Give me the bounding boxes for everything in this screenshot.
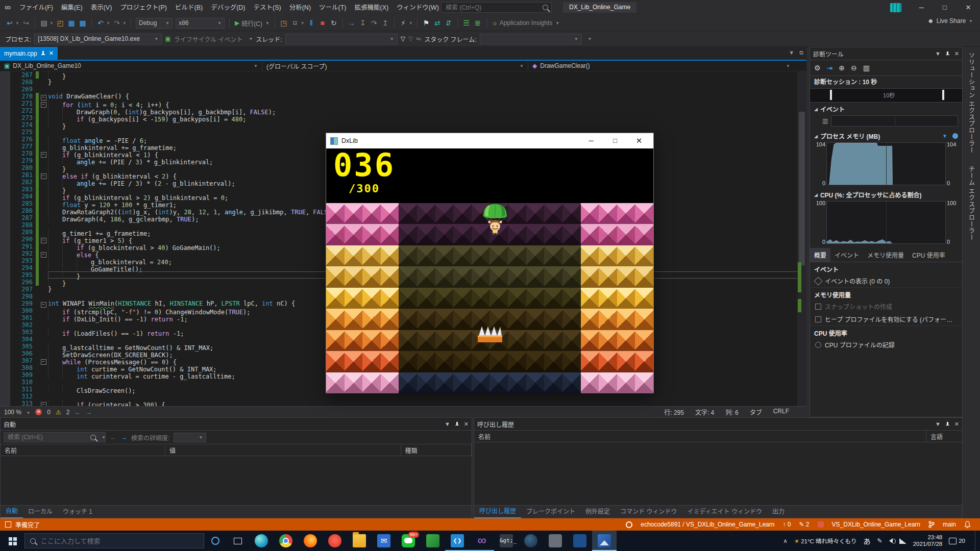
breakpoint-margin[interactable]	[0, 179, 10, 186]
record-cpu-profile-link[interactable]: CPU プロファイルの記録	[810, 338, 962, 351]
quick-search-input[interactable]	[445, 4, 543, 12]
pin-icon[interactable]	[455, 421, 459, 427]
fold-margin[interactable]: −	[39, 400, 48, 406]
bookmark-icon[interactable]: ⚑	[421, 17, 432, 29]
save-all-icon[interactable]: ▩	[77, 17, 88, 29]
fold-margin[interactable]	[39, 336, 48, 343]
side-tab-ソリューション エクスプローラー[interactable]: ソリューション エクスプローラー	[967, 52, 976, 154]
undo-icon[interactable]: ↶	[95, 17, 106, 29]
camera-app-icon[interactable]	[543, 531, 568, 551]
breakpoint-margin[interactable]	[0, 129, 10, 136]
redo-icon[interactable]: ↷	[111, 17, 122, 29]
continue-button[interactable]: ▶続行(C)▼	[235, 19, 270, 28]
taskbar-search-input[interactable]	[40, 537, 199, 545]
game-maximize-button[interactable]: □	[605, 133, 625, 148]
fold-margin[interactable]	[39, 271, 48, 279]
chevron-down-icon[interactable]: ▼	[50, 21, 55, 26]
tab-イミディエイト ウィンドウ[interactable]: イミディエイト ウィンドウ	[682, 506, 767, 518]
visual-studio-icon[interactable]	[470, 531, 494, 551]
fold-margin[interactable]: −	[39, 171, 48, 179]
show-next-statement-icon[interactable]: →	[346, 17, 357, 29]
fold-margin[interactable]	[39, 343, 48, 350]
menu-item-e[interactable]: 編集(E)	[57, 0, 87, 15]
chevron-down-icon[interactable]: ▼	[409, 21, 414, 26]
tab-呼び出し履歴[interactable]: 呼び出し履歴	[474, 506, 521, 518]
close-icon[interactable]: ✕	[954, 51, 959, 57]
game-field[interactable]	[326, 203, 653, 393]
menu-item-w[interactable]: ウィンドウ(W)	[393, 0, 443, 15]
platform-dropdown[interactable]: x86▼	[176, 18, 225, 29]
pin-icon[interactable]	[41, 51, 45, 56]
breakpoint-margin[interactable]	[0, 79, 10, 86]
fold-margin[interactable]	[39, 307, 48, 314]
fold-margin[interactable]	[39, 214, 48, 221]
fold-margin[interactable]	[39, 186, 48, 193]
breakpoint-margin[interactable]	[0, 379, 10, 386]
fold-margin[interactable]	[39, 86, 48, 93]
chart-icon[interactable]: ▥	[863, 64, 870, 72]
breakpoint-margin[interactable]	[0, 121, 10, 129]
column-header-種類[interactable]: 種類	[401, 444, 472, 456]
pen-icon[interactable]: ✎	[877, 537, 883, 544]
quick-search-box[interactable]	[441, 2, 552, 13]
fold-margin[interactable]: −	[39, 150, 48, 157]
fold-margin[interactable]	[39, 257, 48, 264]
member-dropdown[interactable]: ◆ DrawGameClear()▼	[528, 61, 794, 71]
menu-item-f[interactable]: ファイル(F)	[15, 0, 57, 15]
active-app-icon[interactable]	[592, 531, 617, 551]
breakpoint-margin[interactable]	[0, 343, 10, 350]
process-dropdown[interactable]: [13508] DX_Lib_Online_Game10.exe▼	[34, 34, 162, 44]
close-icon[interactable]: ✕	[464, 421, 469, 428]
memory-section-header[interactable]: ◢プロセス メモリ (MB) ▼	[810, 130, 962, 141]
stack-frame-dropdown[interactable]: ▼	[480, 34, 582, 44]
pin-icon[interactable]	[945, 51, 950, 57]
fold-margin[interactable]	[39, 129, 48, 136]
breakpoint-margin[interactable]	[0, 286, 10, 293]
scope-dropdown[interactable]: (グローバル スコープ)▼	[262, 61, 528, 71]
column-header-名前[interactable]: 名前	[474, 431, 926, 442]
task-list-icon[interactable]: ☰	[461, 17, 472, 29]
diagnostics-title-bar[interactable]: 診断ツール ▼ ✕	[810, 47, 962, 60]
action-center-button[interactable]: 20	[949, 538, 965, 544]
file-explorer-icon[interactable]	[347, 531, 372, 551]
next-issue-icon[interactable]: →	[86, 409, 92, 416]
filter-icon[interactable]: ▽	[401, 35, 405, 42]
compare-icon[interactable]: ⇄	[432, 17, 443, 29]
fold-margin[interactable]	[39, 200, 48, 207]
chrome-icon[interactable]	[274, 531, 298, 551]
export-icon[interactable]: ⇥	[827, 64, 833, 72]
diag-tab-CPU 使用率[interactable]: CPU 使用率	[908, 248, 949, 262]
new-project-icon[interactable]: ▤	[38, 17, 50, 29]
breakpoint-margin[interactable]	[0, 86, 10, 93]
vscode-icon[interactable]	[445, 531, 470, 551]
terminal-icon[interactable]	[494, 531, 519, 551]
fold-margin[interactable]	[39, 71, 48, 79]
chevron-down-icon[interactable]: ▼	[122, 21, 128, 26]
diag-tab-メモリ使用量[interactable]: メモリ使用量	[863, 248, 908, 262]
fold-margin[interactable]: −	[39, 93, 48, 100]
breakpoint-margin[interactable]	[0, 400, 10, 406]
breakpoint-margin[interactable]	[0, 393, 10, 400]
push-count[interactable]: ↑ 0	[782, 521, 791, 528]
zoom-in-icon[interactable]: ⊕	[839, 64, 845, 72]
tab-ウォッチ 1[interactable]: ウォッチ 1	[58, 506, 97, 518]
chevron-down-icon[interactable]: ▼	[935, 51, 941, 57]
steam-icon[interactable]	[519, 531, 543, 551]
tab-コマンド ウィンドウ[interactable]: コマンド ウィンドウ	[615, 506, 682, 518]
breakpoint-margin[interactable]	[0, 279, 10, 286]
code-map-icon[interactable]: ⚡	[398, 17, 409, 29]
breakpoint-margin[interactable]	[0, 171, 10, 179]
breakpoint-margin[interactable]	[0, 207, 10, 214]
filter-clear-icon[interactable]: ▽	[408, 35, 413, 42]
fold-margin[interactable]: −	[39, 300, 48, 307]
breakpoint-margin[interactable]	[0, 107, 10, 114]
close-button[interactable]: ✕	[957, 0, 980, 15]
menu-item-s[interactable]: テスト(S)	[250, 0, 285, 15]
breakpoint-margin[interactable]	[0, 186, 10, 193]
breakpoint-margin[interactable]	[0, 264, 10, 271]
fold-margin[interactable]	[39, 79, 48, 86]
branch-link[interactable]: main	[943, 521, 956, 528]
fold-margin[interactable]	[39, 286, 48, 293]
task-view-button[interactable]	[227, 531, 249, 551]
save-icon[interactable]: ▦	[66, 17, 77, 29]
